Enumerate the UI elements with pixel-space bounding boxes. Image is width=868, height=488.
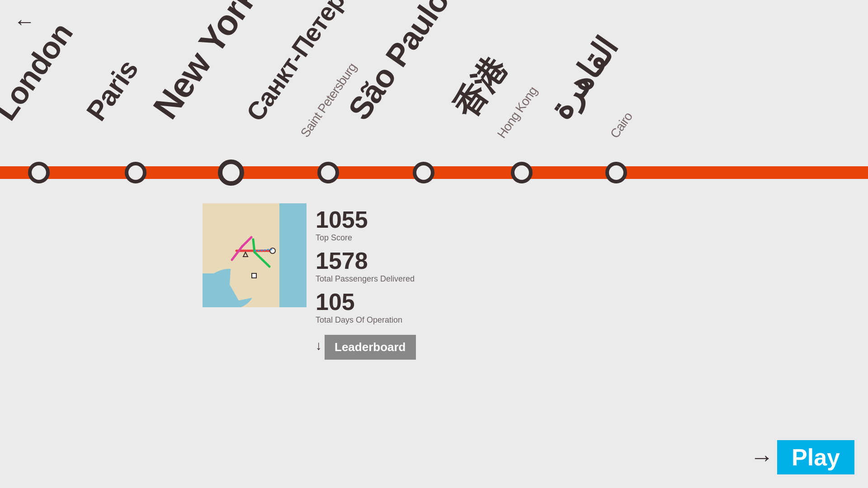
days-label: Total Days Of Operation (316, 315, 416, 325)
days-value: 105 (316, 290, 416, 314)
play-arrow-icon: → (750, 444, 774, 471)
passengers-value: 1578 (316, 249, 416, 272)
map-thumbnail (203, 203, 307, 307)
city-info-card: 1055 Top Score 1578 Total Passengers Del… (203, 203, 425, 364)
station-cairo[interactable] (605, 162, 627, 183)
play-button[interactable]: Play (777, 440, 854, 474)
stats-panel: 1055 Top Score 1578 Total Passengers Del… (307, 203, 425, 364)
svg-rect-2 (203, 273, 232, 307)
svg-line-9 (253, 239, 255, 252)
city-labels-container: London Paris New York City Санкт-Петербу… (0, 0, 868, 154)
svg-point-12 (270, 248, 275, 253)
station-spb[interactable] (317, 162, 339, 183)
play-button-container[interactable]: → Play (750, 440, 854, 474)
top-score-value: 1055 (316, 208, 416, 231)
city-timeline (0, 154, 868, 181)
station-nyc[interactable] (218, 160, 244, 186)
station-paris[interactable] (125, 162, 146, 183)
leaderboard-button[interactable]: Leaderboard (325, 335, 416, 360)
city-label-cairo[interactable]: القاهرة (542, 30, 624, 127)
svg-rect-11 (252, 273, 256, 278)
back-button[interactable]: ← (14, 9, 35, 34)
passengers-label: Total Passengers Delivered (316, 274, 416, 284)
station-saopaulo[interactable] (413, 162, 434, 183)
leaderboard-arrow-icon: ↓ (316, 338, 322, 353)
city-label-cairo-sub: Cairo (608, 110, 636, 141)
top-score-label: Top Score (316, 233, 416, 243)
station-london[interactable] (28, 162, 50, 183)
station-hk[interactable] (511, 162, 533, 183)
city-label-london[interactable]: London (0, 16, 80, 127)
city-label-paris[interactable]: Paris (80, 54, 144, 127)
svg-rect-3 (279, 203, 307, 307)
city-label-saopaulo[interactable]: São Paulo (341, 0, 456, 127)
city-label-hk[interactable]: 香港 (443, 49, 516, 127)
